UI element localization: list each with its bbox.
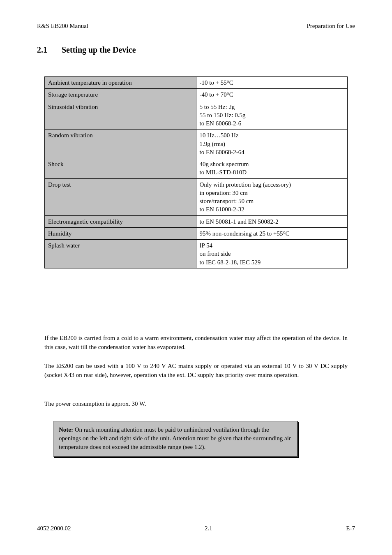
spec-value: 5 to 55 Hz: 2g55 to 150 Hz: 0.5gto EN 60… — [196, 101, 348, 130]
spec-value: 95% non-condensing at 25 to +55°C — [196, 227, 348, 239]
spec-label: Humidity — [45, 227, 196, 239]
header-right: Preparation for Use — [307, 23, 355, 30]
spec-label: Shock — [45, 158, 196, 179]
spec-label: Sinusoidal vibration — [45, 101, 196, 130]
footer-left: 4052.2000.02 — [37, 525, 71, 532]
spec-label: Electromagnetic compatibility — [45, 215, 196, 227]
table-row: Storage temperature-40 to + 70°C — [45, 89, 348, 101]
table-row: Shock40g shock spectrumto MIL-STD-810D — [45, 158, 348, 179]
spec-value: -40 to + 70°C — [196, 89, 348, 101]
spec-value: to EN 50081-1 and EN 50082-2 — [196, 215, 348, 227]
table-row: Random vibration10 Hz…500 Hz1.9g (rms)to… — [45, 130, 348, 158]
note-box: Note: On rack mounting attention must be… — [53, 421, 298, 457]
spec-value: 10 Hz…500 Hz1.9g (rms)to EN 60068-2-64 — [196, 130, 348, 158]
table-row: Ambient temperature in operation-10 to +… — [45, 77, 348, 89]
header-rule — [37, 34, 355, 34]
page-header: R&S EB200 Manual Preparation for Use — [37, 23, 355, 30]
header-left: R&S EB200 Manual — [37, 23, 88, 30]
spec-table: Ambient temperature in operation-10 to +… — [44, 76, 348, 268]
table-row: Electromagnetic compatibilityto EN 50081… — [45, 215, 348, 227]
spec-label: Ambient temperature in operation — [45, 77, 196, 89]
footer-center: 2.1 — [205, 525, 212, 532]
table-row: Drop testOnly with protection bag (acces… — [45, 178, 348, 215]
spec-label: Splash water — [45, 240, 196, 268]
section-title: Setting up the Device — [62, 45, 136, 55]
page: R&S EB200 Manual Preparation for Use 2.1… — [0, 0, 392, 555]
note-label: Note: — [59, 426, 73, 433]
table-row: Splash waterIP 54on front side to IEC 68… — [45, 240, 348, 268]
spec-value: 40g shock spectrumto MIL-STD-810D — [196, 158, 348, 179]
spec-value: IP 54on front side to IEC 68-2-18, IEC 5… — [196, 240, 348, 268]
paragraph-condensation: If the EB200 is carried from a cold to a… — [44, 334, 348, 352]
spec-label: Drop test — [45, 178, 196, 215]
paragraph-power: The EB200 can be used with a 100 V to 24… — [44, 362, 348, 380]
note-body: On rack mounting attention must be paid … — [59, 426, 291, 450]
spec-value: Only with protection bag (accessory)in o… — [196, 178, 348, 215]
table-row: Humidity95% non-condensing at 25 to +55°… — [45, 227, 348, 239]
page-footer: 4052.2000.02 2.1 E-7 — [37, 525, 355, 532]
section-number: 2.1 — [37, 45, 47, 55]
spec-value: -10 to + 55°C — [196, 77, 348, 89]
paragraph-consumption: The power consumption is approx. 30 W. — [44, 400, 348, 409]
table-row: Sinusoidal vibration5 to 55 Hz: 2g55 to … — [45, 101, 348, 130]
footer-right: E-7 — [346, 525, 355, 532]
spec-label: Random vibration — [45, 130, 196, 158]
spec-label: Storage temperature — [45, 89, 196, 101]
